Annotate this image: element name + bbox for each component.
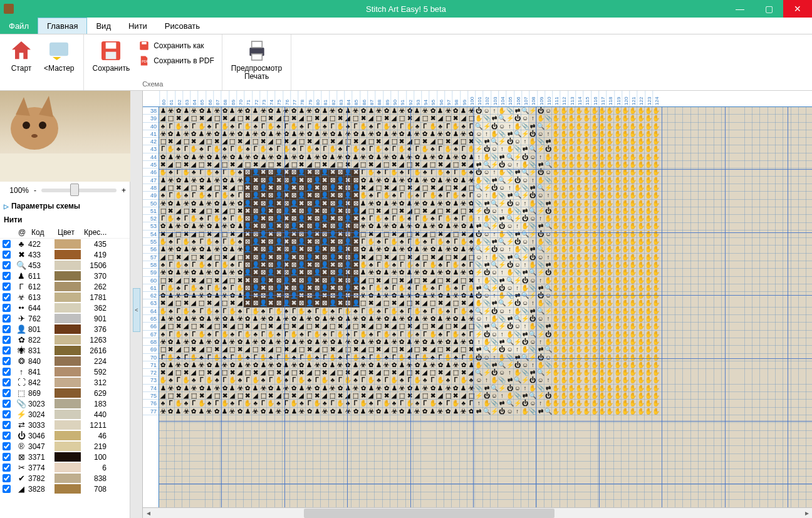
savepdf-button[interactable]: PDF Сохранить в PDF: [135, 53, 218, 68]
thread-checkbox[interactable]: [3, 400, 11, 408]
thread-row[interactable]: ✈ 762 901: [0, 313, 130, 324]
zoom-thumb[interactable]: [70, 184, 79, 196]
ruler-v-tick: 64: [143, 308, 159, 315]
thread-checkbox[interactable]: [3, 325, 11, 333]
thread-checkbox[interactable]: [3, 261, 11, 269]
thread-checkbox[interactable]: [3, 357, 11, 365]
thread-checkbox[interactable]: [3, 421, 11, 429]
thread-row[interactable]: ⛶ 842 312: [0, 377, 130, 388]
thread-row[interactable]: ✔ 3782 838: [0, 473, 130, 484]
thread-checkbox[interactable]: [3, 378, 11, 386]
col-code[interactable]: Код: [29, 228, 55, 237]
thread-row[interactable]: 👤 801 376: [0, 324, 130, 334]
menu-draw[interactable]: Рисовать: [156, 18, 209, 34]
zoom-in-button[interactable]: +: [122, 186, 126, 195]
maximize-button[interactable]: ▢: [754, 0, 783, 18]
thread-row[interactable]: ✖ 433 419: [0, 249, 130, 260]
col-cross[interactable]: Крес...: [81, 228, 110, 237]
col-color[interactable]: Цвет: [55, 228, 81, 237]
thread-checkbox[interactable]: [3, 282, 11, 291]
saveas-button[interactable]: Сохранить как: [135, 38, 218, 53]
zoom-out-button[interactable]: -: [34, 186, 36, 195]
thread-row[interactable]: ⏻ 3046 46: [0, 430, 130, 441]
thread-row[interactable]: ♣ 422 435: [0, 239, 130, 249]
params-section-header[interactable]: ▷ Параметры схемы: [0, 199, 130, 213]
thread-code: 3371: [28, 453, 55, 462]
thread-row[interactable]: ✿ 822 1263: [0, 334, 130, 345]
thread-symbol: 🕷: [14, 346, 28, 355]
thread-checkbox[interactable]: [3, 272, 11, 280]
threads-section-header[interactable]: Нити: [0, 213, 130, 227]
start-button[interactable]: Старт: [4, 36, 39, 73]
thread-checkbox[interactable]: [3, 474, 11, 482]
zoom-slider[interactable]: [41, 189, 117, 192]
thread-row[interactable]: Γ 612 262: [0, 281, 130, 292]
thread-cross-count: 100: [81, 453, 109, 462]
thread-checkbox[interactable]: [3, 314, 11, 323]
thread-row[interactable]: ⚡ 3024 440: [0, 409, 130, 420]
menu-threads[interactable]: Нити: [120, 18, 156, 34]
thread-checkbox[interactable]: [3, 336, 11, 344]
thread-row[interactable]: 🔍 453 1506: [0, 260, 130, 271]
menu-main[interactable]: Главная: [38, 18, 87, 34]
thread-row[interactable]: ◢ 3828 708: [0, 484, 130, 494]
thread-checkbox[interactable]: [3, 346, 11, 355]
thread-checkbox[interactable]: [3, 368, 11, 376]
thread-cross-count: 370: [81, 272, 109, 281]
menu-view[interactable]: Вид: [87, 18, 120, 34]
thread-row[interactable]: ✂ 3774 6: [0, 462, 130, 473]
print-preview-button[interactable]: Предпросмотр Печать: [226, 36, 287, 81]
thread-code: 762: [28, 314, 55, 323]
thread-row[interactable]: 📎 3023 183: [0, 398, 130, 409]
menu-file[interactable]: Файл: [0, 18, 38, 34]
ruler-h-tick: 123: [645, 91, 652, 106]
thread-checkbox[interactable]: [3, 485, 11, 493]
thread-swatch: [55, 484, 81, 494]
minimize-button[interactable]: —: [726, 0, 754, 18]
thread-symbol: ✂: [14, 464, 28, 472]
thread-row[interactable]: ® 3047 219: [0, 441, 130, 452]
thread-row[interactable]: ☣ 613 1781: [0, 292, 130, 303]
thread-checkbox[interactable]: [3, 293, 11, 301]
thread-code: 422: [28, 240, 55, 249]
ruler-h-tick: 84: [344, 91, 351, 106]
thread-checkbox[interactable]: [3, 251, 11, 259]
thread-row[interactable]: ⊠ 3371 100: [0, 452, 130, 462]
thread-checkbox[interactable]: [3, 240, 11, 248]
image-preview[interactable]: [0, 91, 130, 182]
thread-checkbox[interactable]: [3, 410, 11, 418]
ruler-h-tick: 76: [283, 91, 290, 106]
thread-checkbox[interactable]: [3, 432, 11, 440]
scroll-thumb-h[interactable]: [304, 509, 554, 518]
stitch-canvas[interactable]: 6061626364656667686970717273747576777879…: [143, 91, 812, 518]
wizard-button[interactable]: <Мастер: [39, 36, 80, 73]
stitch-grid[interactable]: ♟☣✿♟☣✿♟☣✿♟☣✿♟☣✿♟☣✿♟☣✿♟☣✿♟☣✿♟☣✿♟☣✿♟☣✿♟☣✿♟…: [159, 107, 812, 518]
scroll-left-button[interactable]: ◂: [143, 509, 154, 517]
scroll-right-button[interactable]: ▸: [801, 509, 812, 517]
thread-checkbox[interactable]: [3, 389, 11, 397]
collapse-panel-button[interactable]: <: [133, 288, 140, 332]
thread-row[interactable]: •• 644 362: [0, 303, 130, 313]
thread-row[interactable]: 🕷 831 2616: [0, 345, 130, 356]
ruler-v-tick: 70: [143, 354, 159, 361]
panel-gutter: <: [130, 91, 143, 518]
thread-row[interactable]: ⬚ 869 629: [0, 388, 130, 398]
thread-checkbox[interactable]: [3, 464, 11, 472]
thread-checkbox[interactable]: [3, 304, 11, 312]
thread-checkbox[interactable]: [3, 442, 11, 450]
thread-row[interactable]: ♟ 611 370: [0, 271, 130, 281]
close-button[interactable]: ✕: [783, 0, 812, 18]
save-button[interactable]: Сохранить: [88, 36, 135, 73]
col-symbol[interactable]: @: [15, 228, 29, 237]
ruler-v-tick: 53: [143, 222, 159, 230]
zoom-label: 100%: [4, 186, 29, 195]
thread-row[interactable]: ❂ 840 224: [0, 356, 130, 366]
scrollbar-horizontal[interactable]: ◂ ▸: [143, 507, 812, 518]
thread-swatch: [55, 367, 81, 376]
thread-row[interactable]: ⇄ 3033 1211: [0, 420, 130, 430]
zoom-controls: 100% - +: [0, 182, 130, 199]
ruler-v-tick: 76: [143, 400, 159, 407]
ruler-h-tick: 87: [367, 91, 375, 106]
thread-checkbox[interactable]: [3, 453, 11, 461]
thread-row[interactable]: ↑ 841 592: [0, 366, 130, 377]
